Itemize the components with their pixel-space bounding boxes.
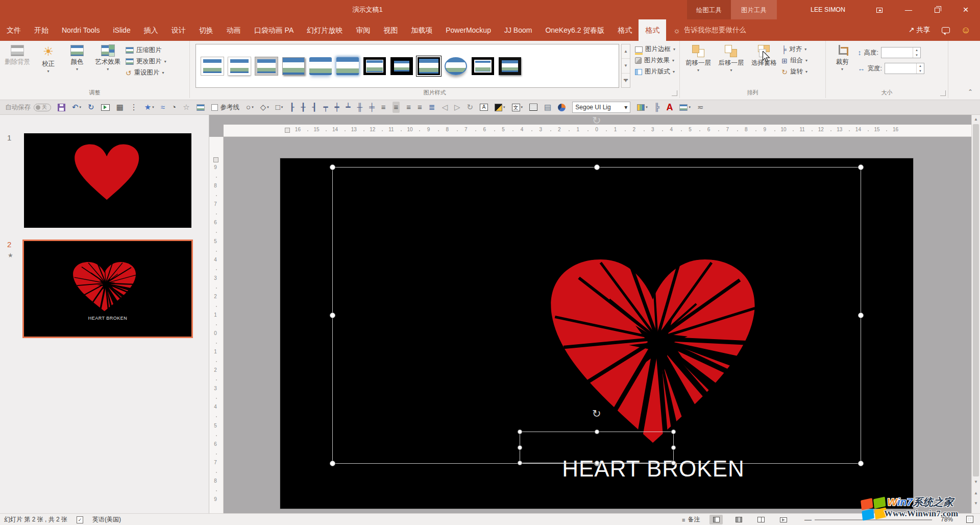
menu-tab-9[interactable]: 幻灯片放映: [300, 19, 349, 41]
ruler-margin-marker[interactable]: [285, 128, 290, 133]
distribute-horizontal-icon[interactable]: ╫: [357, 103, 362, 112]
resize-handle-nw[interactable]: [518, 429, 522, 434]
animation-icon[interactable]: ≈: [161, 103, 165, 112]
distribute-vertical-icon[interactable]: ╪: [369, 103, 375, 112]
fit-slide-to-window-button[interactable]: ⛶: [966, 516, 973, 523]
reading-view-button[interactable]: [754, 515, 768, 524]
resize-handle-se[interactable]: [671, 461, 676, 465]
dialog-launcher-icon[interactable]: [672, 90, 677, 96]
justify-text-icon[interactable]: ≡: [418, 103, 422, 112]
height-field[interactable]: ▲▼: [881, 47, 921, 58]
collapse-ribbon-button[interactable]: ⌃: [968, 88, 973, 96]
picture-style-3[interactable]: [255, 57, 278, 75]
align-text-right-icon[interactable]: ≡: [406, 103, 411, 112]
user-name[interactable]: LEE SIMON: [811, 0, 845, 19]
menu-tab-17[interactable]: 格式: [639, 19, 666, 41]
resize-handle-ne[interactable]: [858, 164, 864, 170]
zoom-slider[interactable]: [815, 519, 932, 520]
font-style-icon[interactable]: A: [666, 103, 673, 112]
menu-tab-8[interactable]: 口袋动画 PA: [248, 19, 301, 41]
width-down-button[interactable]: ▼: [917, 68, 924, 74]
menu-tab-1[interactable]: 开始: [28, 19, 55, 41]
picture-style-6[interactable]: [336, 57, 359, 75]
export-doc-icon[interactable]: ▤: [544, 103, 551, 112]
resize-handle-n[interactable]: [594, 164, 600, 170]
reset-picture-button[interactable]: ↺重设图片▾: [126, 68, 166, 77]
resize-handle-se[interactable]: [858, 461, 864, 466]
align-middle-objects-icon[interactable]: ┿: [334, 103, 339, 112]
picture-icon[interactable]: [197, 104, 205, 111]
textbox-icon[interactable]: A: [480, 104, 488, 111]
menu-tab-14[interactable]: JJ Boom: [498, 19, 538, 41]
picture-style-7[interactable]: [363, 57, 386, 75]
resize-handle-w[interactable]: [330, 313, 335, 318]
slideshow-view-button[interactable]: [777, 515, 790, 524]
width-field[interactable]: ▲▼: [885, 63, 924, 74]
shape-tool-icon[interactable]: ◇▾: [260, 103, 269, 112]
rotate-handle-icon[interactable]: ↻: [592, 115, 601, 126]
menu-tab-3[interactable]: iSlide: [106, 19, 137, 41]
vertical-scrollbar[interactable]: ▲ ▼ ▲ ▼: [971, 115, 980, 513]
grid-icon[interactable]: ▦: [116, 103, 124, 112]
gallery-up-button[interactable]: ▲: [622, 44, 630, 59]
resize-handle-e[interactable]: [671, 445, 676, 450]
oval-tool-icon[interactable]: ○▾: [246, 103, 254, 112]
corrections-button[interactable]: ☀ 校正 ▾: [35, 42, 61, 73]
dialog-launcher-icon[interactable]: [940, 90, 946, 96]
menu-tab-13[interactable]: PowerMockup: [439, 19, 498, 41]
notes-toggle[interactable]: ≡备注: [682, 514, 700, 525]
menu-tab-11[interactable]: 视图: [377, 19, 404, 41]
resize-handle-n[interactable]: [595, 429, 599, 434]
ribbon-display-options-button[interactable]: [868, 0, 891, 19]
picture-style-1[interactable]: [201, 57, 224, 75]
text-selection-box[interactable]: [520, 432, 674, 463]
menu-tab-6[interactable]: 切换: [192, 19, 220, 41]
font-color-icon[interactable]: 文▾: [512, 103, 523, 112]
rotate-button[interactable]: ↻旋转▾: [781, 67, 807, 76]
compress-picture-button[interactable]: 压缩图片: [126, 46, 166, 55]
restore-button[interactable]: [925, 0, 949, 19]
resize-handle-nw[interactable]: [330, 164, 335, 170]
align-bottom-objects-icon[interactable]: ┷: [346, 103, 350, 112]
ruler-margin-marker[interactable]: [213, 157, 218, 162]
bring-forward-button[interactable]: 前移一层 ▾: [683, 42, 714, 72]
height-down-button[interactable]: ▼: [913, 53, 920, 58]
scroll-down-icon[interactable]: ▼: [972, 480, 980, 484]
align-panel-icon[interactable]: ╠: [654, 103, 660, 112]
chevron-down-icon[interactable]: ▾: [624, 104, 627, 111]
menu-tab-5[interactable]: 设计: [165, 19, 192, 41]
gallery-more-button[interactable]: ▬▼: [622, 74, 630, 87]
send-backward-button[interactable]: 后移一层 ▾: [716, 42, 746, 72]
reorder-icon[interactable]: ⋮: [130, 103, 138, 112]
align-text-center-icon[interactable]: ≡: [393, 102, 400, 113]
flip-horizontal-icon[interactable]: ▷: [454, 103, 460, 112]
marquee-tool-icon[interactable]: □▾: [276, 103, 283, 112]
close-button[interactable]: ×: [954, 0, 977, 19]
resize-handle-w[interactable]: [518, 445, 522, 450]
autosave-toggle[interactable]: 自动保存 关: [5, 103, 51, 112]
align-right-objects-icon[interactable]: ┨: [312, 103, 316, 112]
sparkle-table-icon[interactable]: ▾: [637, 103, 648, 112]
notes-page-icon[interactable]: [529, 104, 537, 111]
scroll-up-icon[interactable]: ▲: [972, 117, 980, 122]
redo-icon[interactable]: ↻: [88, 103, 94, 112]
picture-style-4[interactable]: [282, 57, 305, 75]
timing-icon[interactable]: ◔: [172, 103, 176, 112]
menu-tab-7[interactable]: 动画: [220, 19, 248, 41]
change-picture-button[interactable]: 更改图片▾: [126, 57, 166, 66]
context-header-picture-tools[interactable]: 图片工具: [731, 0, 777, 19]
group-button[interactable]: ⊞组合▾: [781, 56, 807, 65]
comments-icon[interactable]: [942, 27, 950, 33]
share-button[interactable]: ↗共享: [909, 26, 930, 35]
slide-2-thumbnail[interactable]: HEART BROKEN: [22, 240, 193, 338]
picture-style-12[interactable]: [499, 57, 521, 75]
align-button[interactable]: ╞对齐▾: [781, 45, 807, 54]
menu-tab-4[interactable]: 插入: [137, 19, 165, 41]
picture-style-9[interactable]: [418, 57, 440, 75]
picture-layout-button[interactable]: 图片版式▾: [635, 67, 675, 76]
menu-tab-0[interactable]: 文件: [0, 19, 28, 41]
slide-1-thumbnail[interactable]: [24, 133, 191, 228]
tell-me-box[interactable]: ☼ 告诉我你想要做什么: [666, 19, 753, 41]
rotate-object-icon[interactable]: ↻: [467, 103, 474, 112]
picture-style-8[interactable]: [390, 57, 413, 75]
